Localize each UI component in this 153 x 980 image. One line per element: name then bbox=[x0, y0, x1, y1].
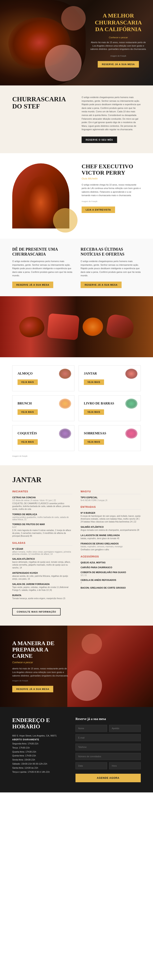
gift-reserve-button[interactable]: RESERVE JÁ A SUA MESA bbox=[12, 282, 53, 288]
jantar-cat-entradas-title: ENTRADAS bbox=[81, 506, 141, 510]
jantar-item-coberta-name: COBERTA DE MERGUELHÃO PAN GUAXO bbox=[81, 571, 141, 574]
jantar-item-cetras-price: 1/2 dúzia de ostras | 6 ostras / doze / … bbox=[12, 499, 72, 501]
jantar-cat-saladas: SALADAS Nº CÉSAR alface romana, molho ún… bbox=[12, 542, 72, 600]
food-banner-bg bbox=[0, 296, 153, 357]
jantar-cat-saladas-title: SALADAS bbox=[12, 542, 72, 546]
jantar-item-jardim-desc: Topo verde, pepino, cebolas, migalhas de… bbox=[12, 586, 72, 592]
jantar-item-cetras: CETRAS NA CONCHA 1/2 dúzia de ostras | 6… bbox=[12, 496, 72, 511]
jantar-item-frango: FRANGOS DE ERVAS GRELHADOS batata, espin… bbox=[81, 542, 141, 551]
address-hours: Segunda-feira: 17h30-21h Terça: 17h30-21… bbox=[12, 742, 67, 774]
reservation-name-row bbox=[76, 725, 141, 732]
jantar-item-burger: Nº 8 BURGER 8 onças de hambúrguer de car… bbox=[81, 512, 141, 523]
jantar-item-carvao: CARVÃO PARA CHURRASCO bbox=[81, 566, 141, 569]
address-hours-qua: Quarta-feira: 17h30-21h bbox=[12, 750, 67, 754]
menu-card-jantar: Jantar VEJA MAIS bbox=[79, 365, 141, 391]
menu-card-almoco-btn[interactable]: VEJA MAIS bbox=[18, 379, 38, 385]
jantar-left-col: INICIANTES CETRAS NA CONCHA 1/2 dúzia de… bbox=[12, 490, 72, 604]
jantar-consult-button[interactable]: CONSULTE MAIS INFORMAÇÃO bbox=[12, 608, 61, 616]
news-reserve-button[interactable]: RESERVE JÁ A SUA MESA bbox=[81, 282, 122, 288]
address-hours-sex: Sexta-feira: 15h30-21h bbox=[12, 758, 67, 762]
jantar-cat-entradas: ENTRADAS Nº 8 BURGER 8 onças de hambúrgu… bbox=[81, 506, 141, 551]
jantar-cat-iniciantes-title: INICIANTES bbox=[12, 490, 72, 494]
address-hours-qui: Quinta-feira: 17h30-21h bbox=[12, 754, 67, 758]
menu-row-1: Almoço VEJA MAIS Jantar VEJA MAIS bbox=[12, 365, 141, 391]
chef-interview-button[interactable]: LEIA A ENTREVISTA bbox=[82, 207, 115, 213]
jantar-item-salmao: SALMÃO ATLÂNTICO Angus tomada com esteir… bbox=[81, 526, 141, 531]
jantar-item-coberta: COBERTA DE MERGUELHÃO PAN GUAXO 12 | 11 bbox=[81, 571, 141, 576]
gift-section: Dê de presente uma churrascaria O artigo… bbox=[0, 239, 153, 296]
churrascaria-btn[interactable]: RESERVE O SEU MÊS bbox=[82, 137, 117, 143]
hero-reserve-button[interactable]: RESERVE JÁ A SUA MESA bbox=[98, 61, 139, 68]
hero-title: A MELHOR CHURRASCARIA DA CALIFÓRNIA bbox=[90, 12, 147, 33]
jantar-cat-wagyu: WAGYU TIPO ESPECIAL N+6 NOVA YORK 3 onça… bbox=[81, 490, 141, 501]
reservation-phone-input[interactable] bbox=[76, 744, 141, 751]
menu-card-brunch: Brunch VEJA MAIS bbox=[12, 395, 74, 421]
chef-content: CHEF EXECUTIVO VICTOR PERRY Guia Micheli… bbox=[82, 163, 141, 213]
address-open-label: ABERTO DIARIAMENTE bbox=[12, 738, 39, 741]
jantar-right-col: WAGYU TIPO ESPECIAL N+6 NOVA YORK 3 onça… bbox=[81, 490, 141, 604]
hero-subtitle: Conhecer e pescar bbox=[90, 36, 147, 39]
jantar-item-frutos: TORRES DE FRUTOS DO MAR N 67 § 34, meio … bbox=[12, 523, 72, 538]
chef-image-container bbox=[12, 163, 73, 229]
menu-card-jantar-btn[interactable]: VEJA MAIS bbox=[84, 379, 104, 385]
jantar-item-wagyu-price: N+6 NOVA YORK 3 onças | 6 bbox=[81, 499, 141, 501]
hero-steak-image bbox=[0, 0, 86, 86]
meat-visual bbox=[67, 625, 153, 707]
address-hours-dom: Santa-feira: 11h30 às 21h bbox=[12, 766, 67, 770]
jantar-item-wagyu-name: TIPO ESPECIAL bbox=[81, 496, 141, 499]
jantar-item-burger-name: Nº 8 BURGER bbox=[81, 512, 141, 514]
jantar-title: JANTAR bbox=[12, 476, 141, 484]
food-visual-2 bbox=[47, 313, 80, 340]
jantar-item-merluca-price: carinha jurídico guadanlho, molho barbad… bbox=[12, 516, 72, 520]
gift-col-right: Receba as últimas notícias e ofertas O a… bbox=[81, 247, 141, 288]
menu-card-barras: Livro de barras VEJA MAIS bbox=[79, 395, 141, 421]
chef-description: O artigo evidente chega há 10 anos, noss… bbox=[82, 183, 141, 197]
menu-card-barras-btn[interactable]: VEJA MAIS bbox=[84, 409, 104, 415]
churrascaria-right: O artigo evidente chega/express perto ho… bbox=[82, 95, 141, 143]
menu-card-brunch-icon bbox=[59, 399, 71, 409]
menu-card-coquet-btn[interactable]: VEJA MAIS bbox=[18, 439, 38, 445]
chef-subtitle: Guia Michelin bbox=[82, 177, 141, 180]
reservation-guests-input[interactable] bbox=[76, 753, 141, 760]
reservation-name-input[interactable] bbox=[76, 725, 107, 732]
churrascaria-text: O artigo evidente chega/express perto ho… bbox=[82, 95, 141, 131]
jantar-item-salmao-desc: Angus tomada com esteira de champanhe, a… bbox=[81, 529, 141, 531]
reservation-datetime-row bbox=[76, 762, 141, 769]
jantar-item-frutos-price: N 67 bbox=[12, 526, 72, 528]
menu-card-almoco: Almoço VEJA MAIS bbox=[12, 365, 74, 391]
jantar-item-queijo-name: QUEIJO AZUL MOFTAS bbox=[81, 561, 141, 564]
menu-grid-section: Almoço VEJA MAIS Jantar VEJA MAIS Brunch… bbox=[0, 357, 153, 465]
menu-card-barras-icon bbox=[125, 399, 137, 409]
churrascaria-section: CHURRASCARIA DO STEF O artigo evidente c… bbox=[0, 86, 153, 153]
jantar-item-burger-desc: 8 onças de hambúrguer de care angus, aio… bbox=[81, 515, 141, 523]
reservation-submit-button[interactable]: AGENDE AGORA bbox=[76, 774, 141, 782]
reservation-email-input[interactable] bbox=[76, 734, 141, 741]
jantar-item-kuveh-desc: abacaxi azeda, de colie, patrínha fética… bbox=[12, 575, 72, 581]
jantar-item-atlantico-desc: bacon defumado, migalhas de queijo azul,… bbox=[12, 561, 72, 569]
food-visual-3 bbox=[82, 317, 104, 337]
jantar-cat-acessorios: ACESSÓRIOS QUEIJO AZUL MOFTAS CARVÃO PAR… bbox=[81, 555, 141, 589]
jantar-item-salmao-name: SALMÃO ATLÂNTICO bbox=[81, 526, 141, 528]
jantar-item-cetras-desc: COQUETEL DE CAMARÃO CLÁSSICO caramba jur… bbox=[12, 502, 72, 511]
jantar-section: JANTAR INICIANTES CETRAS NA CONCHA 1/2 d… bbox=[0, 465, 153, 625]
hero-title-line3: DA CALIFÓRNIA bbox=[95, 26, 142, 32]
jantar-item-lagosta: LA LAGOSTA DE MAINE GRELHADA batata, esp… bbox=[81, 534, 141, 540]
menu-card-brunch-btn[interactable]: VEJA MAIS bbox=[18, 409, 38, 415]
reservation-surname-input[interactable] bbox=[109, 725, 141, 732]
menu-card-coquet-icon bbox=[59, 428, 71, 439]
jantar-cat-wagyu-title: WAGYU bbox=[81, 490, 141, 494]
jantar-item-lagosta-desc: batata, espinafre, demi glace de tomate … bbox=[81, 537, 141, 540]
reservation-time-input[interactable] bbox=[109, 762, 141, 769]
jantar-item-frango-name: FRANGOS DE ERVAS GRELHADOS bbox=[81, 542, 141, 545]
jantar-cat-iniciantes: INICIANTES CETRAS NA CONCHA 1/2 dúzia de… bbox=[12, 490, 72, 538]
churrascaria-title: CHURRASCARIA DO STEF bbox=[12, 95, 73, 110]
meat-reserve-button[interactable]: RESERVE JÁ A SUA MESA bbox=[12, 686, 53, 692]
jantar-item-bacon: BACON; GRELHADO DE CORTE GROSSO bbox=[81, 587, 141, 589]
menu-credit: Imagem de freepik bbox=[12, 455, 141, 457]
menu-card-sobremesas-btn[interactable]: VEJA MAIS bbox=[84, 439, 104, 445]
jantar-item-merluca-name: TORRES DE MERLUÇA bbox=[12, 513, 72, 515]
meat-description: aberto há mais de 15 anos, nosso restaur… bbox=[12, 667, 69, 678]
reservation-date-input[interactable] bbox=[76, 762, 107, 769]
jantar-item-cebola: CEBOLA DE ANÉIS REFOGADOS 7 bbox=[81, 579, 141, 584]
jantar-cat-acessorios-title: ACESSÓRIOS bbox=[81, 555, 141, 559]
